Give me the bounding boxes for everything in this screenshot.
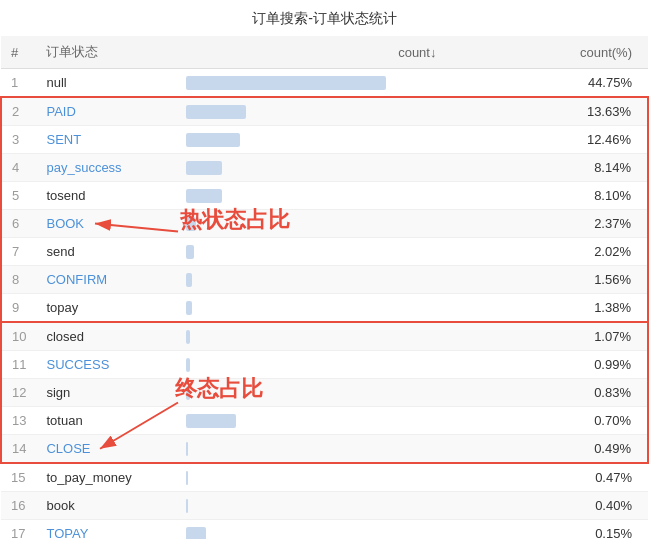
bar [186,414,236,428]
row-percent: 1.38% [456,294,648,323]
col-percent: count(%) [456,36,648,69]
row-bar-cell [176,154,456,182]
table-row: 1 null 44.75% [1,69,648,98]
row-status: sign [36,379,176,407]
bar-wrap [186,161,446,175]
row-bar-cell [176,294,456,323]
row-percent: 0.83% [456,379,648,407]
bar-wrap [186,76,446,90]
row-bar-cell [176,238,456,266]
row-bar-cell [176,492,456,520]
table-row: 6 BOOK 2.37% [1,210,648,238]
col-count: count↓ [176,36,456,69]
row-percent: 2.02% [456,238,648,266]
table-row: 17 TOPAY 0.15% [1,520,648,540]
row-num: 12 [1,379,36,407]
data-table: # 订单状态 count↓ count(%) 1 null 44.75% 2 P… [0,36,649,539]
row-percent: 1.56% [456,266,648,294]
bar-wrap [186,330,446,344]
table-row: 9 topay 1.38% [1,294,648,323]
table-row: 13 totuan 0.70% [1,407,648,435]
row-status: null [36,69,176,98]
bar-wrap [186,245,446,259]
row-num: 4 [1,154,36,182]
row-num: 10 [1,322,36,351]
row-bar-cell [176,69,456,98]
row-bar-cell [176,379,456,407]
row-bar-cell [176,351,456,379]
row-percent: 0.40% [456,492,648,520]
row-num: 1 [1,69,36,98]
table-wrapper: # 订单状态 count↓ count(%) 1 null 44.75% 2 P… [0,36,649,539]
row-num: 16 [1,492,36,520]
row-status: to_pay_money [36,463,176,492]
table-row: 8 CONFIRM 1.56% [1,266,648,294]
bar [186,161,222,175]
row-percent: 8.14% [456,154,648,182]
row-percent: 2.37% [456,210,648,238]
table-row: 5 tosend 8.10% [1,182,648,210]
row-status: TOPAY [36,520,176,540]
bar [186,330,190,344]
row-percent: 0.99% [456,351,648,379]
row-bar-cell [176,435,456,464]
row-num: 7 [1,238,36,266]
row-status: book [36,492,176,520]
bar-wrap [186,499,446,513]
bar [186,301,192,315]
row-status: topay [36,294,176,323]
row-num: 9 [1,294,36,323]
table-row: 12 sign 0.83% [1,379,648,407]
bar-wrap [186,414,446,428]
table-row: 10 closed 1.07% [1,322,648,351]
row-status: SUCCESS [36,351,176,379]
bar-wrap [186,442,446,456]
table-body: 1 null 44.75% 2 PAID 13.63% 3 SENT 12.46… [1,69,648,540]
bar [186,105,246,119]
row-bar-cell [176,266,456,294]
bar-wrap [186,471,446,485]
bar-wrap [186,301,446,315]
row-num: 13 [1,407,36,435]
row-num: 2 [1,97,36,126]
row-percent: 13.63% [456,97,648,126]
row-status: PAID [36,97,176,126]
row-num: 6 [1,210,36,238]
row-bar-cell [176,97,456,126]
bar-wrap [186,273,446,287]
table-row: 2 PAID 13.63% [1,97,648,126]
row-status: pay_success [36,154,176,182]
row-status: CONFIRM [36,266,176,294]
table-row: 3 SENT 12.46% [1,126,648,154]
row-percent: 44.75% [456,69,648,98]
bar [186,217,196,231]
bar [186,273,192,287]
row-bar-cell [176,126,456,154]
bar [186,133,240,147]
row-bar-cell [176,463,456,492]
bar [186,471,188,485]
table-row: 11 SUCCESS 0.99% [1,351,648,379]
row-num: 11 [1,351,36,379]
row-percent: 0.49% [456,435,648,464]
row-num: 8 [1,266,36,294]
row-num: 17 [1,520,36,540]
row-percent: 1.07% [456,322,648,351]
bar [186,442,188,456]
row-bar-cell [176,520,456,540]
row-status: BOOK [36,210,176,238]
table-row: 16 book 0.40% [1,492,648,520]
row-status: totuan [36,407,176,435]
row-percent: 8.10% [456,182,648,210]
bar-wrap [186,133,446,147]
bar [186,76,386,90]
col-status: 订单状态 [36,36,176,69]
row-num: 5 [1,182,36,210]
bar [186,189,222,203]
page-title: 订单搜索-订单状态统计 [0,0,649,36]
table-row: 4 pay_success 8.14% [1,154,648,182]
row-percent: 0.15% [456,520,648,540]
bar [186,499,188,513]
table-row: 14 CLOSE 0.49% [1,435,648,464]
col-num: # [1,36,36,69]
